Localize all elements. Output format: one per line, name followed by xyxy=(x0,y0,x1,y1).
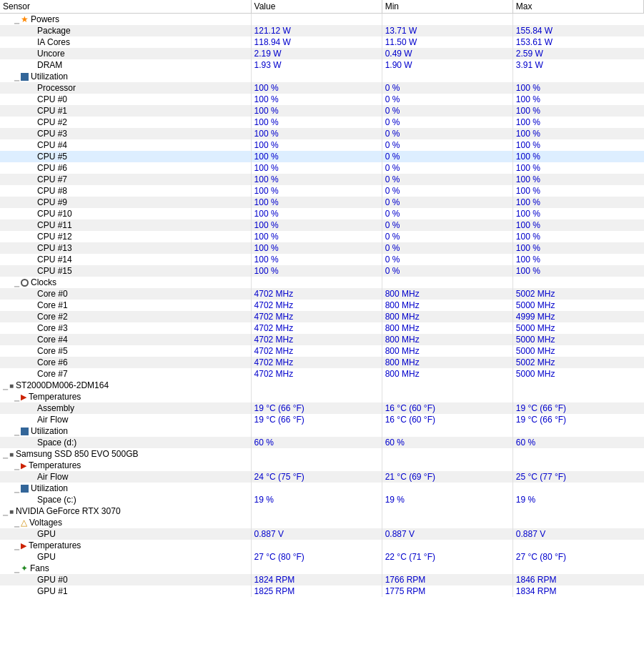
value-cell: 100 % xyxy=(251,265,382,277)
table-row[interactable]: CPU #14100 %0 %100 % xyxy=(0,254,644,265)
table-row[interactable]: Core #44702 MHz800 MHz5000 MHz xyxy=(0,334,644,345)
table-row[interactable]: CPU #1100 %0 %100 % xyxy=(0,105,644,117)
table-row[interactable]: ⎯Utilization xyxy=(0,483,644,494)
sensor-cell: GPU xyxy=(0,551,251,563)
expand-icon[interactable]: ⎯ xyxy=(3,449,8,459)
value-cell: 19 °C (66 °F) xyxy=(251,414,382,425)
max-cell: 2.59 W xyxy=(512,48,643,59)
table-row[interactable]: CPU #12100 %0 %100 % xyxy=(0,231,644,242)
table-row[interactable]: Space (c:)19 %19 %19 % xyxy=(0,494,644,505)
col-min[interactable]: Min xyxy=(382,0,512,14)
table-row[interactable]: CPU #15100 %0 %100 % xyxy=(0,265,644,277)
min-cell: 60 % xyxy=(382,437,512,448)
table-row[interactable]: ⎯▶Temperatures xyxy=(0,391,644,402)
table-row[interactable]: ⎯Utilization xyxy=(0,425,644,437)
min-cell: 1.90 W xyxy=(382,59,512,71)
table-row[interactable]: DRAM1.93 W1.90 W3.91 W xyxy=(0,59,644,71)
table-row[interactable]: CPU #0100 %0 %100 % xyxy=(0,94,644,105)
col-value[interactable]: Value xyxy=(251,0,382,14)
table-row[interactable]: Space (d:)60 %60 %60 % xyxy=(0,437,644,448)
table-row[interactable]: Assembly19 °C (66 °F)16 °C (60 °F)19 °C … xyxy=(0,402,644,414)
table-row[interactable]: ⎯■NVIDIA GeForce RTX 3070 xyxy=(0,505,644,517)
sensor-cell: CPU #12 xyxy=(0,231,251,242)
table-row[interactable]: Package121.12 W13.71 W155.84 W xyxy=(0,25,644,36)
max-cell: 60 % xyxy=(512,437,643,448)
table-row[interactable]: ⎯Clocks xyxy=(0,277,644,288)
expand-icon[interactable]: ⎯ xyxy=(14,392,19,402)
table-row[interactable]: Uncore2.19 W0.49 W2.59 W xyxy=(0,48,644,59)
max-cell: 100 % xyxy=(512,219,643,231)
table-row[interactable]: Air Flow24 °C (75 °F)21 °C (69 °F)25 °C … xyxy=(0,471,644,483)
table-row[interactable]: Core #74702 MHz800 MHz5000 MHz xyxy=(0,368,644,380)
table-row[interactable]: ⎯★Powers xyxy=(0,14,644,26)
table-row[interactable]: GPU #11825 RPM1775 RPM1834 RPM xyxy=(0,585,644,597)
max-cell xyxy=(512,391,643,402)
group-label: Powers xyxy=(31,14,59,24)
min-cell xyxy=(382,425,512,437)
table-row[interactable]: ⎯Utilization xyxy=(0,71,644,82)
data-label: GPU #1 xyxy=(37,586,68,596)
table-row[interactable]: CPU #13100 %0 %100 % xyxy=(0,242,644,254)
col-sensor[interactable]: Sensor xyxy=(0,0,251,14)
sensor-cell: GPU #1 xyxy=(0,585,251,597)
value-cell: 1.93 W xyxy=(251,59,382,71)
expand-icon[interactable]: ⎯ xyxy=(14,460,19,470)
value-cell: 100 % xyxy=(251,231,382,242)
table-row[interactable]: Core #34702 MHz800 MHz5000 MHz xyxy=(0,322,644,334)
table-row[interactable]: Core #14702 MHz800 MHz5000 MHz xyxy=(0,300,644,311)
value-cell: 100 % xyxy=(251,117,382,128)
col-max[interactable]: Max xyxy=(512,0,643,14)
table-row[interactable]: ⎯▶Temperatures xyxy=(0,460,644,471)
expand-icon[interactable]: ⎯ xyxy=(14,563,19,573)
table-row[interactable]: Air Flow19 °C (66 °F)16 °C (60 °F)19 °C … xyxy=(0,414,644,425)
expand-icon[interactable]: ⎯ xyxy=(14,540,19,550)
expand-icon[interactable]: ⎯ xyxy=(3,380,8,390)
expand-icon[interactable]: ⎯ xyxy=(14,483,19,493)
group-label: Temperatures xyxy=(29,460,81,470)
sensor-table: Sensor Value Min Max ⎯★PowersPackage121.… xyxy=(0,0,644,597)
min-cell: 0 % xyxy=(382,82,512,94)
table-row[interactable]: CPU #7100 %0 %100 % xyxy=(0,174,644,185)
table-row[interactable]: CPU #3100 %0 %100 % xyxy=(0,128,644,139)
table-row[interactable]: IA Cores118.94 W11.50 W153.61 W xyxy=(0,36,644,48)
value-cell: 100 % xyxy=(251,82,382,94)
table-row[interactable]: Processor100 %0 %100 % xyxy=(0,82,644,94)
min-cell: 800 MHz xyxy=(382,345,512,357)
sensor-cell: IA Cores xyxy=(0,36,251,48)
expand-icon[interactable]: ⎯ xyxy=(14,14,19,24)
min-cell: 13.71 W xyxy=(382,25,512,36)
expand-icon[interactable]: ⎯ xyxy=(14,426,19,436)
data-label: CPU #0 xyxy=(37,94,67,104)
table-row[interactable]: CPU #5100 %0 %100 % xyxy=(0,151,644,162)
table-row[interactable]: CPU #2100 %0 %100 % xyxy=(0,117,644,128)
expand-icon[interactable]: ⎯ xyxy=(3,506,8,516)
expand-icon[interactable]: ⎯ xyxy=(14,518,19,528)
table-row[interactable]: CPU #10100 %0 %100 % xyxy=(0,208,644,219)
table-row[interactable]: CPU #6100 %0 %100 % xyxy=(0,162,644,174)
max-cell: 100 % xyxy=(512,231,643,242)
table-row[interactable]: Core #54702 MHz800 MHz5000 MHz xyxy=(0,345,644,357)
table-row[interactable]: Core #04702 MHz800 MHz5002 MHz xyxy=(0,288,644,300)
table-row[interactable]: CPU #9100 %0 %100 % xyxy=(0,197,644,208)
table-row[interactable]: GPU0.887 V0.887 V0.887 V xyxy=(0,528,644,540)
table-row[interactable]: ⎯△Voltages xyxy=(0,517,644,528)
table-row[interactable]: GPU27 °C (80 °F)22 °C (71 °F)27 °C (80 °… xyxy=(0,551,644,563)
expand-icon[interactable]: ⎯ xyxy=(14,71,19,81)
table-row[interactable]: GPU #01824 RPM1766 RPM1846 RPM xyxy=(0,574,644,585)
table-row[interactable]: ⎯✦Fans xyxy=(0,563,644,574)
max-cell: 1846 RPM xyxy=(512,574,643,585)
table-row[interactable]: Core #64702 MHz800 MHz5002 MHz xyxy=(0,357,644,368)
sensor-cell: Core #4 xyxy=(0,334,251,345)
table-row[interactable]: CPU #4100 %0 %100 % xyxy=(0,139,644,151)
table-row[interactable]: ⎯▶Temperatures xyxy=(0,540,644,551)
util-icon xyxy=(21,428,29,435)
sensor-cell: Core #3 xyxy=(0,322,251,334)
temp-icon: ▶ xyxy=(21,461,26,470)
table-row[interactable]: CPU #11100 %0 %100 % xyxy=(0,219,644,231)
table-row[interactable]: ⎯■ST2000DM006-2DM164 xyxy=(0,380,644,391)
sensor-cell: ⎯Utilization xyxy=(0,483,251,494)
table-row[interactable]: ⎯■Samsung SSD 850 EVO 500GB xyxy=(0,448,644,460)
table-row[interactable]: Core #24702 MHz800 MHz4999 MHz xyxy=(0,311,644,322)
table-row[interactable]: CPU #8100 %0 %100 % xyxy=(0,185,644,197)
expand-icon[interactable]: ⎯ xyxy=(14,277,19,287)
